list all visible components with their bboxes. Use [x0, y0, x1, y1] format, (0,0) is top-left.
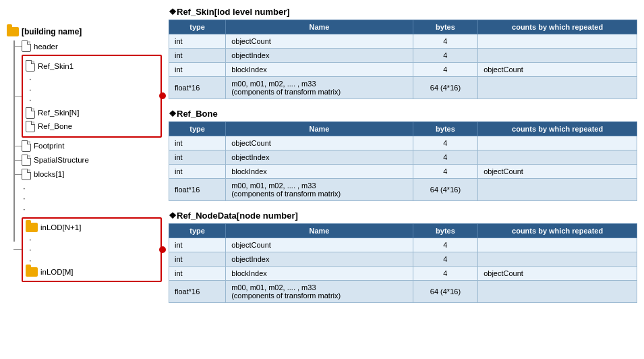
table-row: int objectIndex 4 [169, 49, 637, 63]
blocks1-file-icon [22, 169, 31, 180]
table-row: float*16 m00, m01, m02, .... , m33(compo… [169, 281, 637, 303]
cell-name: m00, m01, m02, .... , m33(components of … [226, 281, 413, 303]
cell-type: int [169, 49, 226, 63]
left-panel: [building name] header Ref_Skin1 [7, 7, 162, 352]
inlodn-label: inLOD[N+1] [40, 223, 81, 231]
cell-type: int [169, 267, 226, 281]
dots-1: ··· [26, 74, 158, 105]
cell-bytes: 4 [413, 267, 478, 281]
cell-bytes: 4 [413, 49, 478, 63]
red-group-1: Ref_Skin1 ··· Ref_Skin[N] Ref_Bone [13, 55, 162, 138]
cell-type: int [169, 165, 226, 179]
cell-type: float*16 [169, 281, 226, 303]
cell-bytes: 4 [413, 136, 478, 150]
cell-repeat [478, 150, 637, 165]
ref-skin-title: ❖Ref_Skin[lod level number] [169, 7, 637, 17]
root-item: [building name] [7, 27, 162, 36]
col-bytes-3: bytes [413, 224, 478, 238]
header-label: header [34, 43, 58, 51]
footprint-file-icon [22, 140, 31, 152]
cell-bytes: 4 [413, 238, 478, 252]
root-folder-icon [7, 27, 19, 36]
table-row: int blockIndex 4 objectCount [169, 267, 637, 281]
section-ref-skin: ❖Ref_Skin[lod level number] type Name by… [169, 7, 637, 99]
cell-repeat [478, 49, 637, 63]
cell-repeat [478, 252, 637, 267]
blocks1-label: blocks[1] [34, 170, 64, 178]
header-file-icon [22, 40, 31, 52]
cell-name: objectIndex [226, 150, 413, 165]
cell-type: int [169, 150, 226, 165]
cell-bytes: 4 [413, 252, 478, 267]
cell-repeat [478, 136, 637, 150]
cell-bytes: 64 (4*16) [413, 77, 478, 99]
cell-bytes: 4 [413, 63, 478, 77]
refbone-file-icon [26, 121, 35, 132]
cell-repeat [478, 238, 637, 252]
spatialstructure-file-icon [22, 155, 31, 166]
section-ref-bone: ❖Ref_Bone type Name bytes counts by whic… [169, 109, 637, 201]
col-name-3: Name [226, 224, 413, 238]
cell-name: objectIndex [226, 252, 413, 267]
footprint-label: Footprint [34, 142, 64, 150]
col-type-3: type [169, 224, 226, 238]
cell-type: int [169, 252, 226, 267]
cell-bytes: 4 [413, 150, 478, 165]
cell-type: float*16 [169, 77, 226, 99]
table-row: int blockIndex 4 objectCount [169, 63, 637, 77]
connector-dot-2 [159, 246, 166, 253]
cell-type: int [169, 34, 226, 49]
ref-nodedata-table: type Name bytes counts by which repeated… [169, 223, 637, 303]
col-name-2: Name [226, 122, 413, 136]
dots-main: ··· [13, 183, 162, 215]
table-row: int objectCount 4 [169, 136, 637, 150]
tree-item-spatialstructure: SpatialStructure [13, 155, 162, 166]
refskin1-label: Ref_Skin1 [38, 62, 74, 70]
cell-name: m00, m01, m02, .... , m33(components of … [226, 77, 413, 99]
refskinn-label: Ref_Skin[N] [38, 109, 79, 117]
cell-name: blockIndex [226, 267, 413, 281]
ref-skin-table: type Name bytes counts by which repeated… [169, 20, 637, 99]
dots-3: ··· [26, 234, 158, 266]
col-name-1: Name [226, 20, 413, 34]
tree-item-inlodm: inLOD[M] [26, 267, 158, 277]
table-row: int blockIndex 4 objectCount [169, 165, 637, 179]
col-bytes-1: bytes [413, 20, 478, 34]
ref-nodedata-title: ❖Ref_NodeData[node number] [169, 211, 637, 221]
cell-repeat [478, 179, 637, 201]
connector-dot-1 [159, 92, 166, 99]
cell-name: objectCount [226, 34, 413, 49]
cell-type: int [169, 63, 226, 77]
col-type-1: type [169, 20, 226, 34]
section-ref-nodedata: ❖Ref_NodeData[node number] type Name byt… [169, 211, 637, 303]
ref-bone-title: ❖Ref_Bone [169, 109, 637, 119]
cell-type: float*16 [169, 179, 226, 201]
table-row: float*16 m00, m01, m02, .... , m33(compo… [169, 77, 637, 99]
ref-bone-table: type Name bytes counts by which repeated… [169, 121, 637, 201]
table-row: int objectCount 4 [169, 238, 637, 252]
right-panel: ❖Ref_Skin[lod level number] type Name by… [162, 7, 637, 352]
table-row: int objectIndex 4 [169, 252, 637, 267]
tree-item-inlodn: inLOD[N+1] [26, 223, 158, 232]
inlodn-folder-icon [26, 223, 38, 232]
inlodm-folder-icon [26, 267, 38, 277]
col-repeat-3: counts by which repeated [478, 224, 637, 238]
col-repeat-1: counts by which repeated [478, 20, 637, 34]
cell-repeat: objectCount [478, 63, 637, 77]
table-row: int objectIndex 4 [169, 150, 637, 165]
cell-name: objectCount [226, 238, 413, 252]
cell-repeat: objectCount [478, 165, 637, 179]
tree-item-blocks1: blocks[1] [13, 169, 162, 180]
cell-name: blockIndex [226, 63, 413, 77]
cell-bytes: 4 [413, 34, 478, 49]
tree-item-refskin1: Ref_Skin1 [26, 60, 158, 72]
cell-repeat [478, 77, 637, 99]
cell-bytes: 64 (4*16) [413, 281, 478, 303]
tree-item-header: header [13, 40, 162, 52]
tree-item-footprint: Footprint [13, 140, 162, 152]
refskin1-file-icon [26, 60, 35, 72]
col-repeat-2: counts by which repeated [478, 122, 637, 136]
cell-name: objectIndex [226, 49, 413, 63]
col-bytes-2: bytes [413, 122, 478, 136]
cell-name: blockIndex [226, 165, 413, 179]
